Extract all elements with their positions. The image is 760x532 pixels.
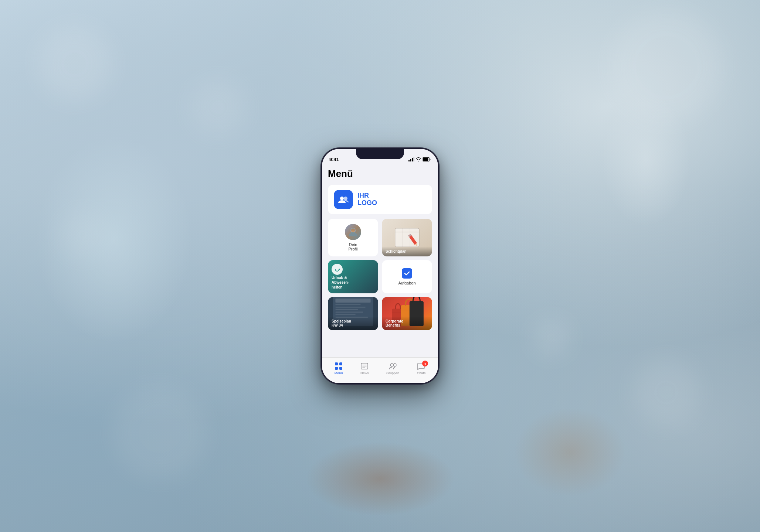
svg-rect-5: [423, 158, 428, 161]
logo-line1: IHR: [357, 192, 377, 200]
menu-item-speiseplan[interactable]: SpeiseplanKW 34: [328, 297, 378, 330]
svg-rect-22: [335, 307, 366, 308]
svg-rect-36: [339, 367, 342, 370]
logo-icon: [334, 190, 353, 209]
phone-device: 9:41: [321, 148, 439, 384]
svg-rect-35: [335, 367, 338, 370]
tab-news-label: News: [360, 371, 369, 375]
corporate-label: CorporateBenefits: [382, 316, 432, 330]
phone-screen: 9:41: [322, 149, 438, 383]
menu-item-profil[interactable]: DeinProfil: [328, 219, 378, 256]
menu-grid-icon: [335, 362, 343, 370]
svg-marker-17: [339, 268, 340, 270]
speiseplan-label: SpeiseplanKW 34: [328, 316, 378, 330]
screen-title: Menü: [328, 165, 432, 185]
tab-gruppen-label: Gruppen: [386, 371, 399, 375]
svg-rect-0: [408, 160, 410, 161]
svg-rect-2: [412, 158, 413, 161]
svg-point-6: [340, 197, 344, 200]
tab-gruppen[interactable]: Gruppen: [386, 362, 399, 375]
tab-bar: Menü News: [322, 357, 438, 383]
screen-content: Menü IHR LOGO: [322, 165, 438, 357]
menu-grid: DeinProfil: [328, 219, 432, 330]
phone-notch: [356, 149, 404, 159]
aufgaben-label: Aufgaben: [398, 281, 415, 285]
status-time: 9:41: [329, 157, 339, 162]
tab-chats[interactable]: 5 Chats: [417, 362, 426, 375]
logo-section[interactable]: IHR LOGO: [328, 185, 432, 214]
tab-menu[interactable]: Menü: [335, 362, 343, 375]
phone-wrapper: 9:41: [321, 148, 439, 384]
check-box-icon: [404, 270, 410, 276]
schichtplan-label: Schichtplan: [382, 246, 432, 256]
news-icon: [360, 362, 369, 370]
tab-news[interactable]: News: [360, 362, 369, 375]
svg-rect-25: [335, 314, 355, 315]
aufgaben-icon: [402, 268, 412, 279]
status-icons: [408, 157, 431, 161]
gruppen-icon: [389, 362, 397, 370]
menu-item-schichtplan[interactable]: Schichtplan: [382, 219, 432, 256]
svg-rect-20: [335, 299, 370, 303]
users-icon: [338, 195, 349, 204]
chats-badge: 5: [422, 361, 428, 366]
tab-menu-label: Menü: [335, 371, 343, 375]
menu-item-corporate[interactable]: CorporateBenefits: [382, 297, 432, 330]
svg-point-41: [390, 364, 393, 366]
svg-rect-23: [335, 309, 358, 310]
signal-icon: [408, 157, 414, 161]
svg-rect-24: [335, 312, 363, 313]
profile-avatar: [345, 224, 361, 240]
menu-item-urlaub[interactable]: Urlaub &Abwesen-heiten: [328, 260, 378, 293]
svg-rect-34: [339, 362, 342, 365]
tab-chats-label: Chats: [417, 371, 426, 375]
svg-rect-21: [335, 304, 360, 305]
svg-rect-3: [414, 157, 415, 161]
svg-point-7: [344, 197, 347, 200]
urlaub-label: Urlaub &Abwesen-heiten: [332, 275, 349, 290]
svg-rect-33: [335, 362, 338, 365]
svg-rect-1: [410, 159, 411, 161]
logo-text: IHR LOGO: [357, 192, 377, 207]
wifi-icon: [416, 157, 421, 161]
refresh-icon: [334, 266, 340, 272]
menu-item-aufgaben[interactable]: Aufgaben: [382, 260, 432, 293]
schichtplan-svg: [393, 226, 421, 249]
svg-point-42: [393, 364, 396, 366]
urlaub-icon: [332, 264, 343, 275]
logo-line2: LOGO: [357, 200, 377, 207]
profil-label: DeinProfil: [348, 242, 357, 251]
battery-icon: [423, 157, 431, 161]
chats-icon-wrapper: 5: [417, 362, 425, 370]
avatar-icon: [348, 227, 358, 237]
